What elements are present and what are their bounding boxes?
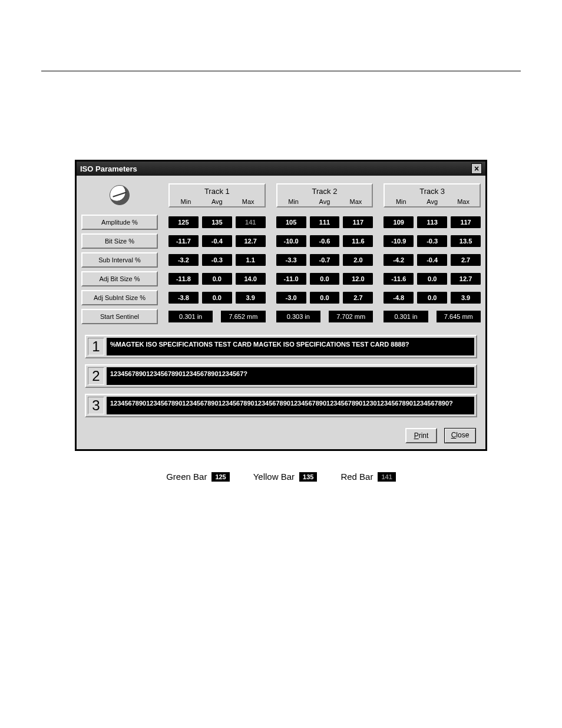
value-trio: -11.7-0.412.7 [168,235,266,247]
value-cell: -11.7 [168,235,199,247]
track3-header: Track 3 Min Avg Max [384,183,481,207]
value-trio: -10.9-0.313.5 [384,235,481,247]
value-trio: 109113117 [384,216,481,228]
page-rule [41,71,521,71]
dialog-title: ISO Parameters [80,164,137,173]
value-trio: -3.80.03.9 [168,292,266,304]
value-trio: -11.80.014.0 [168,273,266,285]
value-cell: 12.0 [343,273,373,285]
track1-min-label: Min [172,198,200,205]
value-cell: -0.4 [417,254,447,266]
track2-max-label: Max [342,198,369,205]
legend-yellow-chip: 135 [299,472,317,482]
value-cell: 0.0 [202,273,232,285]
value-cell: -3.8 [168,292,199,304]
value-cell: -4.8 [384,292,414,304]
strip-data: %MAGTEK ISO SPECIFICATIONS TEST CARD MAG… [107,338,474,355]
value-cell: 2.0 [343,254,373,266]
value-trio: -11.60.012.7 [384,273,481,285]
legend-green-chip: 125 [211,472,229,482]
track2-avg-label: Avg [311,198,339,205]
track3-title: Track 3 [385,187,480,196]
value-cell: 0.0 [417,292,447,304]
value-trio: -3.00.02.7 [276,292,373,304]
sentinel-pair: 0.301 in7.645 mm [384,311,481,322]
row-label: Adj SubInt Size % [81,290,158,305]
value-trio: -11.00.012.0 [276,273,373,285]
legend-green-label: Green Bar [166,472,207,482]
close-icon[interactable]: × [471,163,482,174]
strip-number: 3 [88,397,104,414]
value-cell: -4.2 [384,254,414,266]
value-cell: -3.2 [168,254,199,266]
track2-min-label: Min [280,198,308,205]
value-trio: -4.2-0.42.7 [384,254,481,266]
value-cell: 13.5 [451,235,481,247]
value-cell: -0.3 [417,235,447,247]
value-cell: 3.9 [236,292,266,304]
sentinel-value: 7.645 mm [437,311,481,322]
sentinel-value: 7.652 mm [221,311,265,322]
sentinel-value: 0.303 in [276,311,320,322]
value-cell: 117 [451,216,481,228]
value-cell: 1.1 [236,254,266,266]
value-cell: 2.7 [343,292,373,304]
value-cell: -3.3 [276,254,306,266]
track-strip: 1%MAGTEK ISO SPECIFICATIONS TEST CARD MA… [85,335,477,358]
strip-data: 1234567890123456789012345678901234567890… [107,397,474,414]
parameters-grid: Track 1 Min Avg Max Track 2 Min Avg Max [81,179,481,324]
track1-max-label: Max [234,198,262,205]
value-cell: 109 [384,216,414,228]
value-cell: -11.8 [168,273,199,285]
value-cell: 11.6 [343,235,373,247]
print-button[interactable]: Print [405,428,437,443]
row-label: Amplitude % [81,215,158,230]
value-cell: -0.3 [202,254,232,266]
track1-header: Track 1 Min Avg Max [168,183,266,207]
legend-yellow-label: Yellow Bar [253,472,295,482]
legend-red-chip: 141 [378,472,395,482]
value-cell: -0.6 [310,235,340,247]
value-cell: 135 [202,216,232,228]
track-strip: 21234567890123456789012345678901234567? [85,364,477,388]
track3-avg-label: Avg [418,198,446,205]
iso-parameters-dialog: ISO Parameters × Track 1 Min Avg Max [75,160,487,451]
row-label: Adj Bit Size % [81,271,158,286]
row-label: Sub Interval % [81,252,158,268]
strip-data: 1234567890123456789012345678901234567? [107,367,474,385]
sentinel-value: 0.301 in [384,311,428,322]
value-cell: 113 [417,216,447,228]
value-cell: 12.7 [236,235,266,247]
value-cell: 14.0 [236,273,266,285]
value-trio: -3.3-0.72.0 [276,254,373,266]
value-cell: -3.0 [276,292,306,304]
legend-red-label: Red Bar [340,472,373,482]
value-trio: -3.2-0.31.1 [168,254,266,266]
track-data-section: 1%MAGTEK ISO SPECIFICATIONS TEST CARD MA… [81,335,481,417]
track2-title: Track 2 [277,187,372,196]
track3-max-label: Max [449,198,477,205]
gauge-icon [110,185,130,205]
track1-avg-label: Avg [203,198,231,205]
sentinel-value: 7.702 mm [329,311,373,322]
value-cell: 0.0 [310,273,340,285]
value-cell: -10.9 [384,235,414,247]
track1-title: Track 1 [170,187,265,196]
value-cell: 2.7 [451,254,481,266]
value-cell: -0.7 [310,254,340,266]
value-cell: 105 [276,216,306,228]
row-label-sentinel: Start Sentinel [81,309,158,324]
value-trio: 125135141 [168,216,266,228]
value-cell: 0.0 [417,273,447,285]
logo-cell [81,179,158,211]
value-trio: -10.0-0.611.6 [276,235,373,247]
value-trio: -4.80.03.9 [384,292,481,304]
sentinel-value: 0.301 in [168,311,213,322]
value-cell: -0.4 [202,235,232,247]
value-cell: 111 [310,216,340,228]
value-cell: -10.0 [276,235,306,247]
row-label: Bit Size % [81,233,158,249]
close-button[interactable]: Close [444,428,476,443]
value-cell: 0.0 [202,292,232,304]
value-cell: -11.0 [276,273,306,285]
